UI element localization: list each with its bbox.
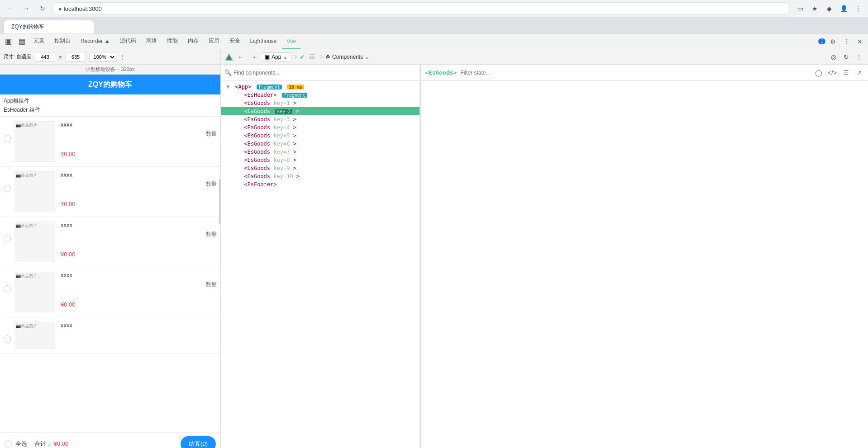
component-search-input[interactable] — [234, 70, 416, 76]
extensions-button[interactable]: ◆ — [823, 2, 835, 15]
tree-app[interactable]: ▼ <App> fragment 16 ms — [221, 83, 420, 91]
goods-checkbox-4[interactable] — [4, 285, 11, 292]
tree-esgoods-8[interactable]: <EsGoods key=8 > — [221, 156, 420, 164]
filter-state-input[interactable] — [460, 70, 528, 76]
goods-list[interactable]: 📷商品图片 xxxx ¥0.00 数量 📷商品图片 xxxx — [0, 117, 220, 432]
tab-memory[interactable]: 内存 — [183, 34, 203, 49]
goods-item: 📷商品图片 xxxx ¥0.00 数量 — [0, 167, 220, 217]
tab-network[interactable]: 网络 — [142, 34, 162, 49]
state-list-icon[interactable]: ☰ — [841, 68, 851, 78]
goods-checkbox-1[interactable] — [4, 135, 11, 142]
vue-more-btn[interactable]: ⋮ — [854, 52, 864, 62]
state-inspect-icon[interactable]: ◯ — [814, 68, 824, 78]
devtools-settings-btn[interactable]: ⚙ — [826, 35, 839, 48]
select-all-checkbox[interactable] — [5, 440, 12, 448]
vue-components-btn[interactable]: ☘ Components ⌄ — [325, 54, 369, 60]
zoom-select[interactable]: 100% — [90, 52, 116, 62]
goods-qty-4[interactable]: 数量 — [206, 281, 217, 288]
goods-img-5: 📷商品图片 — [14, 322, 55, 349]
tab-console[interactable]: 控制台 — [50, 34, 75, 49]
scroll-thumb[interactable] — [219, 179, 220, 224]
menu-button[interactable]: ⋮ — [852, 2, 864, 15]
forward-button[interactable]: → — [20, 2, 33, 15]
tree-esgoods-4[interactable]: <EsGoods key=4 > — [221, 123, 420, 132]
reload-button[interactable]: ↻ — [36, 2, 49, 15]
vue-panels: 🔍 ▼ <App> fragment 16 ms <EsHeader> — [221, 65, 868, 448]
es-header-label: EsHeader 组件 — [4, 105, 217, 114]
goods-price-2: ¥0.00 — [61, 201, 215, 207]
goods-name-4: xxxx — [61, 272, 215, 278]
tree-esfooter[interactable]: <EsFooter> — [221, 180, 420, 189]
mobile-app-area: ZQY的购物车 App根组件 EsHeader 组件 📷商品图片 xxxx ¥0… — [0, 75, 220, 448]
tab-vue[interactable]: Vue — [282, 34, 300, 49]
tree-esgoods-1[interactable]: <EsGoods key=1 > — [221, 99, 420, 107]
tree-esgoods-6[interactable]: <EsGoods key=6 > — [221, 140, 420, 148]
browser-actions: ▭ ★ ◆ 👤 ⋮ — [794, 2, 864, 15]
selected-component-label: <EsGoods> — [425, 69, 457, 76]
tab-elements[interactable]: 元素 — [29, 34, 49, 49]
devtools-close-btn[interactable]: ✕ — [854, 35, 866, 48]
tab-application[interactable]: 应用 — [204, 34, 224, 49]
goods-info-5: xxxx — [59, 322, 217, 329]
total-amount: ¥0.00 — [54, 440, 69, 447]
devtools-phone-btn[interactable]: ▤ — [15, 35, 28, 48]
tab-sources[interactable]: 源代码 — [115, 34, 141, 49]
tree-key-5: key=5 — [273, 132, 290, 139]
bookmark-button[interactable]: ★ — [808, 2, 821, 15]
state-code-icon[interactable]: </> — [827, 68, 837, 78]
state-content — [421, 81, 868, 448]
address-bar[interactable]: ● localhost:3000 — [52, 2, 790, 15]
goods-item: 📷商品图片 xxxx ¥0.00 数量 — [0, 117, 220, 167]
tree-tag-esgoods-10: <EsGoods — [244, 173, 270, 179]
browser-tab[interactable]: ZQY的购物车 — [4, 20, 94, 33]
vue-forward-button[interactable]: → — [248, 52, 259, 62]
devtools-more-btn[interactable]: ⋮ — [840, 35, 853, 48]
vue-state-panel: <EsGoods> ◯ </> ☰ ↗ — [421, 65, 868, 448]
tree-esheader[interactable]: <EsHeader> fragment — [221, 91, 420, 99]
height-input[interactable] — [66, 52, 86, 62]
goods-qty-1[interactable]: 数量 — [206, 130, 217, 138]
vue-target-btn[interactable]: ◎ — [828, 52, 839, 62]
back-button[interactable]: ← — [4, 2, 16, 15]
tree-esgoods-10[interactable]: <EsGoods key=10 > — [221, 172, 420, 180]
app-title: ZQY的购物车 — [88, 80, 132, 90]
tree-esgoods-7[interactable]: <EsGoods key=7 > — [221, 148, 420, 156]
tree-esgoods-3[interactable]: <EsGoods key=3 > — [221, 115, 420, 123]
devtools-panel-btn[interactable]: ▣ — [2, 35, 14, 48]
tree-tag-esfooter: <EsFooter> — [244, 181, 277, 188]
tree-tag-esheader: <EsHeader> — [244, 92, 277, 98]
tree-esgoods-9[interactable]: <EsGoods key=9 > — [221, 164, 420, 172]
tree-key-7: key=7 — [273, 149, 290, 155]
goods-name-3: xxxx — [61, 222, 215, 228]
url-text: localhost:3000 — [64, 5, 102, 12]
vue-back-button[interactable]: ← — [235, 52, 246, 62]
vue-app-tab[interactable]: ▣ App ⌄ — [261, 52, 291, 61]
more-options-btn[interactable]: ⋮ — [120, 54, 125, 60]
tab-recorder[interactable]: Recorder ▲ — [76, 34, 114, 49]
tree-tag-esgoods-6: <EsGoods — [244, 141, 270, 147]
goods-info-4: xxxx ¥0.00 — [59, 272, 217, 308]
goods-qty-3[interactable]: 数量 — [206, 231, 217, 238]
profile-button[interactable]: 👤 — [837, 2, 850, 15]
state-open-icon[interactable]: ↗ — [854, 68, 864, 78]
cast-button[interactable]: ▭ — [794, 2, 806, 15]
vue-refresh-btn[interactable]: ↻ — [841, 52, 852, 62]
vue-grid-view-btn[interactable]: ☷ — [307, 52, 318, 62]
goods-qty-2[interactable]: 数量 — [206, 180, 217, 188]
lock-icon: ● — [58, 5, 62, 12]
tree-key-6: key=6 — [273, 141, 290, 147]
goods-checkbox-3[interactable] — [4, 235, 11, 242]
goods-item: 📷商品图片 xxxx ¥0.00 数量 — [0, 267, 220, 317]
tab-lighthouse[interactable]: Lighthouse — [246, 34, 281, 49]
tab-security[interactable]: 安全 — [225, 34, 245, 49]
tree-esgoods-2[interactable]: <EsGoods key=2 > — [221, 107, 420, 115]
tab-performance[interactable]: 性能 — [162, 34, 182, 49]
tree-esgoods-5[interactable]: <EsGoods key=5 > — [221, 132, 420, 140]
goods-checkbox-5[interactable] — [4, 335, 11, 343]
goods-checkbox-2[interactable] — [4, 185, 11, 192]
goods-name-2: xxxx — [61, 171, 215, 178]
checkout-button[interactable]: 结算(0) — [181, 436, 216, 448]
width-input[interactable] — [35, 52, 55, 62]
tree-tag-esgoods-3: <EsGoods — [244, 116, 270, 123]
component-tree[interactable]: ▼ <App> fragment 16 ms <EsHeader> fragme… — [221, 81, 420, 448]
